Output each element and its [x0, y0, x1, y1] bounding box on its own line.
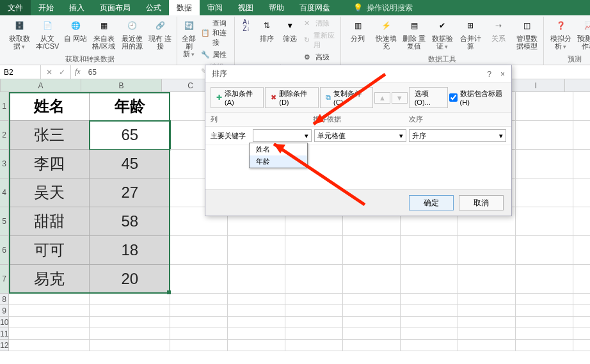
row-header-4[interactable]: 4 [0, 178, 9, 207]
cell-A10[interactable] [9, 317, 90, 328]
menu-formulas[interactable]: 公式 [138, 0, 169, 15]
cell-E9[interactable] [285, 305, 343, 317]
cell-G7[interactable] [401, 265, 458, 294]
cell-J1[interactable] [573, 92, 590, 121]
cell-C9[interactable] [170, 305, 228, 317]
cell-F8[interactable] [343, 294, 401, 305]
cell-I7[interactable] [516, 265, 573, 294]
forecast-button[interactable]: 📈预测 工作表 [576, 18, 590, 50]
cell-J10[interactable] [573, 317, 590, 328]
order-select[interactable]: 升序▾ [409, 129, 506, 142]
cell-J3[interactable] [573, 150, 590, 178]
cell-E6[interactable] [285, 236, 343, 265]
cell-B7[interactable]: 20 [90, 265, 170, 294]
options-button[interactable]: 选项(O)... [409, 87, 448, 108]
cell-B10[interactable] [90, 317, 170, 328]
basis-select[interactable]: 单元格值▾ [314, 129, 406, 142]
row-header-2[interactable]: 2 [0, 121, 9, 150]
dropdown-option-name[interactable]: 姓名 [250, 143, 307, 155]
cell-F10[interactable] [343, 317, 401, 328]
column-select[interactable]: ▾ [253, 129, 312, 142]
cell-I3[interactable] [516, 150, 573, 178]
cell-E10[interactable] [285, 317, 343, 328]
row-header-12[interactable]: 12 [0, 340, 9, 351]
cell-I4[interactable] [516, 178, 573, 207]
data-val-button[interactable]: ✔数据验 证 [429, 18, 455, 51]
cell-G10[interactable] [401, 317, 458, 328]
cell-E11[interactable] [285, 328, 343, 340]
properties-button[interactable]: 🔧属性 [200, 49, 230, 60]
menu-help[interactable]: 帮助 [261, 0, 292, 15]
cell-B9[interactable] [90, 305, 170, 317]
queries-button[interactable]: 📋查询和连接 [200, 18, 230, 48]
cell-B8[interactable] [90, 294, 170, 305]
cell-B12[interactable] [90, 340, 170, 351]
menu-insert[interactable]: 插入 [61, 0, 92, 15]
cell-C11[interactable] [170, 328, 228, 340]
cell-C12[interactable] [170, 340, 228, 351]
enter-icon[interactable]: ✓ [59, 68, 65, 77]
cell-D12[interactable] [228, 340, 285, 351]
row-header-9[interactable]: 9 [0, 305, 9, 317]
move-down-button[interactable]: ▼ [392, 92, 408, 104]
col-header-I[interactable]: I [507, 79, 565, 91]
row-header-11[interactable]: 11 [0, 328, 9, 340]
col-header-J[interactable]: J [565, 79, 590, 91]
name-box[interactable]: B2 [0, 65, 41, 79]
reapply-button[interactable]: ↻重新应用 [303, 30, 337, 51]
from-csv-button[interactable]: 📄从文 本/CSV [35, 18, 60, 50]
col-header-B[interactable]: B [81, 79, 162, 91]
cell-H9[interactable] [458, 305, 516, 317]
clear-button[interactable]: ✕清除 [303, 18, 337, 29]
cell-F11[interactable] [343, 328, 401, 340]
cell-G11[interactable] [401, 328, 458, 340]
cell-H7[interactable] [458, 265, 516, 294]
cell-C7[interactable] [170, 265, 228, 294]
cell-H8[interactable] [458, 294, 516, 305]
cell-B5[interactable]: 58 [90, 207, 170, 236]
cell-B2[interactable]: 65 [90, 121, 170, 150]
fx-icon[interactable]: fx [71, 67, 84, 77]
menu-view[interactable]: 视图 [230, 0, 261, 15]
cell-D8[interactable] [228, 294, 285, 305]
cell-A4[interactable]: 吴天 [9, 178, 90, 207]
dialog-titlebar[interactable]: 排序 ? × [205, 65, 511, 83]
consolidate-button[interactable]: ⊞合并计算 [458, 18, 483, 50]
cell-J12[interactable] [573, 340, 590, 351]
cell-D7[interactable] [228, 265, 285, 294]
tell-me-search[interactable]: 💡 操作说明搜索 [353, 3, 413, 13]
dropdown-option-age[interactable]: 年龄 [250, 155, 307, 168]
cancel-icon[interactable]: ✕ [46, 68, 52, 77]
menu-home[interactable]: 开始 [31, 0, 61, 15]
relations-button[interactable]: ⇢关系 [486, 18, 511, 42]
from-web-button[interactable]: 🌐自 网站 [63, 18, 88, 42]
menu-layout[interactable]: 页面布局 [92, 0, 138, 15]
cell-H12[interactable] [458, 340, 516, 351]
row-header-10[interactable]: 10 [0, 317, 9, 328]
cell-A11[interactable] [9, 328, 90, 340]
cell-E12[interactable] [285, 340, 343, 351]
cell-D6[interactable] [228, 236, 285, 265]
menu-data[interactable]: 数据 [169, 0, 200, 15]
cell-E8[interactable] [285, 294, 343, 305]
move-up-button[interactable]: ▲ [374, 92, 390, 104]
cell-D9[interactable] [228, 305, 285, 317]
row-header-7[interactable]: 7 [0, 265, 9, 294]
cell-C8[interactable] [170, 294, 228, 305]
from-table-button[interactable]: ▦来自表 格/区域 [91, 18, 116, 50]
sort-az-button[interactable]: A↓Z↓ [239, 18, 254, 33]
existing-conn-button[interactable]: 🔗现有 连接 [147, 18, 173, 50]
cell-B4[interactable]: 27 [90, 178, 170, 207]
cell-J6[interactable] [573, 236, 590, 265]
has-header-checkbox[interactable]: 数据包含标题(H) [449, 89, 506, 106]
refresh-all-button[interactable]: 🔄全部刷 新 [181, 18, 197, 58]
cell-A7[interactable]: 易克 [9, 265, 90, 294]
flash-fill-button[interactable]: ⚡快速填充 [373, 18, 399, 50]
add-condition-button[interactable]: ✚添加条件(A) [211, 87, 264, 108]
col-header-A[interactable]: A [1, 79, 81, 91]
cell-G9[interactable] [401, 305, 458, 317]
cell-H11[interactable] [458, 328, 516, 340]
cell-B6[interactable]: 18 [90, 236, 170, 265]
cell-C10[interactable] [170, 317, 228, 328]
recent-sources-button[interactable]: 🕘最近使 用的源 [119, 18, 145, 50]
